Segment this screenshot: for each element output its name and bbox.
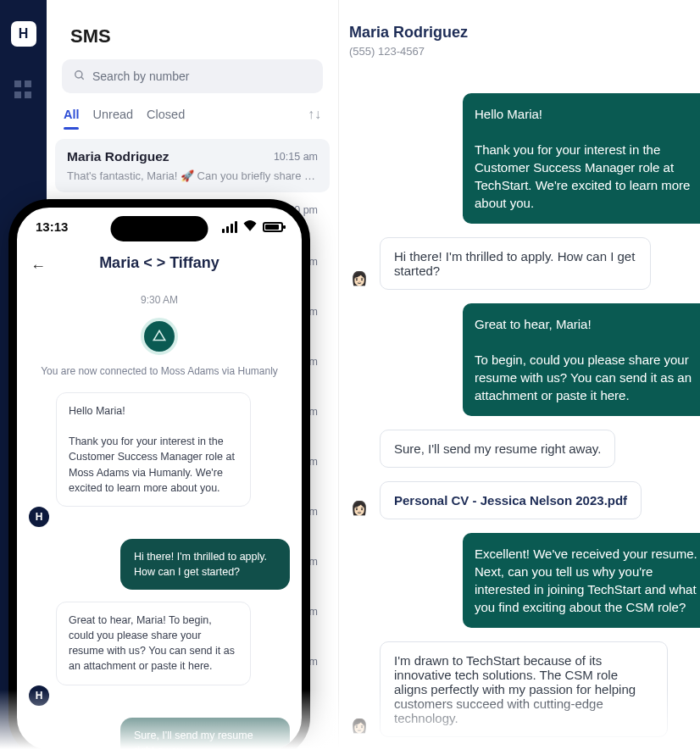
message-incoming[interactable]: Hello Maria! Thank you for your interest… — [56, 392, 251, 507]
contact-name: Maria Rodriguez — [349, 24, 700, 42]
conversation-header: Maria Rodriguez (555) 123-4567 — [347, 24, 700, 58]
signal-icon — [222, 221, 237, 233]
message-outgoing[interactable]: Sure, I'll send my resume right away. — [120, 718, 290, 750]
search-input[interactable]: Search by number — [62, 59, 323, 93]
apps-grid-icon[interactable] — [14, 80, 33, 99]
connection-notice: You are now connected to Moss Adams via … — [29, 365, 290, 377]
conversation-panel: Maria Rodriguez (555) 123-4567 Hello Mar… — [339, 0, 700, 749]
thread-time: 10:15 am — [274, 151, 318, 163]
brand-logo-icon — [141, 318, 178, 355]
tab-unread[interactable]: Unread — [93, 108, 134, 121]
sort-icon[interactable]: ↑↓ — [308, 107, 321, 122]
phone-chat-header: ← Maria < > Tiffany — [17, 234, 302, 280]
message-incoming[interactable]: Hi there! I'm thrilled to apply. How can… — [380, 237, 651, 290]
search-placeholder: Search by number — [92, 69, 189, 83]
svg-point-0 — [75, 70, 82, 77]
status-time: 13:13 — [36, 219, 68, 234]
panel-title: SMS — [70, 25, 330, 47]
message-attachment[interactable]: Personal CV - Jessica Nelson 2023.pdf — [380, 481, 642, 519]
agent-avatar-icon: H — [29, 685, 49, 706]
app-logo[interactable]: H — [11, 21, 36, 47]
message-outgoing[interactable]: Hi there! I'm thrilled to apply. How can… — [120, 539, 290, 590]
thread-name: Maria Rodriguez — [67, 149, 169, 164]
message-outgoing[interactable]: Excellent! We've received your resume. N… — [463, 533, 700, 628]
contact-avatar-icon: 👩🏻 — [347, 713, 371, 737]
battery-icon — [263, 222, 283, 232]
chat-timestamp: 9:30 AM — [29, 294, 290, 306]
message-outgoing[interactable]: Hello Maria! Thank you for your interest… — [463, 93, 700, 224]
wifi-icon — [242, 219, 258, 234]
message-incoming[interactable]: Great to hear, Maria! To begin, could yo… — [56, 602, 251, 685]
phone-mockup: 13:13 ← Maria < > Tiffany 9:30 AM You ar… — [8, 199, 310, 749]
chat-messages: Hello Maria! Thank you for your interest… — [347, 93, 700, 749]
agent-avatar-icon: H — [29, 507, 49, 527]
contact-avatar-icon: 👩🏻 — [347, 496, 371, 519]
thread-item[interactable]: Maria Rodriguez 10:15 am That's fantasti… — [55, 139, 330, 192]
tab-closed[interactable]: Closed — [147, 108, 185, 121]
contact-phone: (555) 123-4567 — [349, 45, 700, 58]
message-incoming[interactable]: Sure, I'll send my resume right away. — [380, 430, 615, 468]
phone-chat-body[interactable]: 9:30 AM You are now connected to Moss Ad… — [17, 280, 302, 749]
contact-avatar-icon: 👩🏻 — [347, 266, 371, 290]
message-outgoing[interactable]: Great to hear, Maria! To begin, could yo… — [463, 303, 700, 416]
thread-preview: That's fantastic, Maria! 🚀 Can you brief… — [67, 169, 318, 182]
search-icon — [74, 69, 86, 84]
message-incoming[interactable]: I'm drawn to TechStart because of its in… — [380, 641, 668, 737]
tab-all[interactable]: All — [64, 108, 80, 121]
svg-line-1 — [81, 76, 84, 79]
chat-title: Maria < > Tiffany — [99, 254, 219, 272]
filter-tabs: All Unread Closed ↑↓ — [55, 107, 330, 122]
back-icon[interactable]: ← — [31, 258, 46, 275]
